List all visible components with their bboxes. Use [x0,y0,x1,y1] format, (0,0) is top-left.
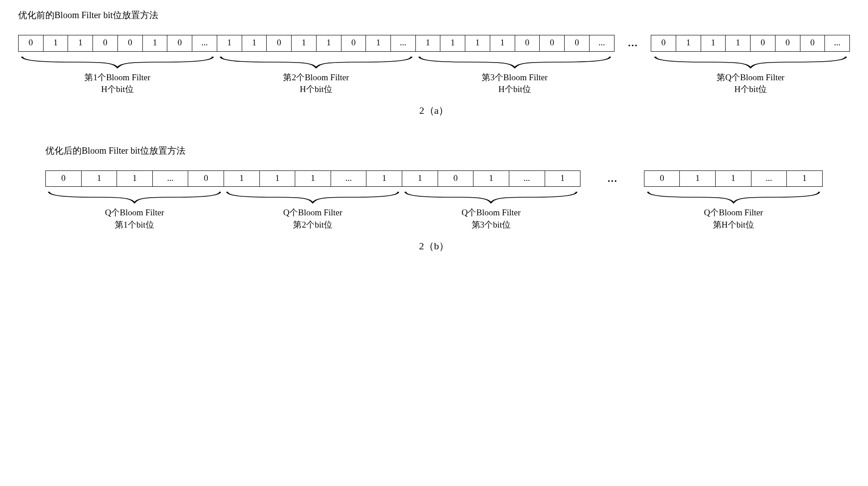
bit-gap: … [614,35,652,52]
bit-cell: ... [509,170,545,187]
brace-row-b: Q个Bloom Filter第1个bit位 Q个Bloom Filter第2个b… [45,190,823,231]
bit-cell: ... [391,35,416,52]
bit-cell: 0 [118,35,143,52]
bit-cell: ... [825,35,850,52]
bit-cell: 0 [267,35,292,52]
bit-cell: 1 [440,35,465,52]
brace-label: 第1个Bloom FilterH个bit位 [84,72,150,96]
bit-cell: 1 [726,35,751,52]
brace-label: 第2个Bloom FilterH个bit位 [283,72,349,96]
brace-label: Q个Bloom Filter第3个bit位 [462,207,521,231]
bit-cell: 0 [515,35,540,52]
bit-cell: 0 [775,35,800,52]
bit-cell: ... [590,35,614,52]
bit-cell: 1 [82,170,117,187]
bit-cell: ... [153,170,189,187]
bit-cell: 0 [651,35,676,52]
bit-cell: 1 [44,35,68,52]
bit-cell: 0 [540,35,565,52]
bit-cell: 1 [676,35,701,52]
bit-cell: 1 [701,35,726,52]
bit-cell: 1 [117,170,153,187]
bit-cell: 1 [465,35,490,52]
brace-label: Q个Bloom Filter第2个bit位 [283,207,342,231]
bit-cell: 0 [751,35,775,52]
bit-cell: 1 [68,35,93,52]
brace-group: Q个Bloom Filter第3个bit位 [402,190,580,231]
bit-cell: 1 [224,170,260,187]
brace-label: Q个Bloom Filter第1个bit位 [105,207,164,231]
bit-cell: 0 [438,170,474,187]
brace-label: 第3个Bloom FilterH个bit位 [482,72,547,96]
bit-cell: 1 [143,35,168,52]
section-b-title: 优化后的Bloom Filter bit位放置方法 [45,145,823,157]
figure-label-b: 2（b） [45,239,823,253]
bit-cell: 0 [644,170,680,187]
bit-cell: 1 [545,170,581,187]
brace-gap [580,190,644,231]
brace-group: Q个Bloom Filter第H个bit位 [644,190,823,231]
brace-gap [614,55,651,96]
brace-label: 第Q个Bloom FilterH个bit位 [717,72,784,96]
bit-cell: 1 [787,170,823,187]
bit-cell: 0 [93,35,118,52]
bit-cell: 1 [490,35,515,52]
brace-label: Q个Bloom Filter第H个bit位 [704,207,763,231]
bit-cell: ... [192,35,217,52]
section-b: 优化后的Bloom Filter bit位放置方法 011...0111...1… [18,145,850,253]
brace-group: Q个Bloom Filter第1个bit位 [45,190,224,231]
section-a-title: 优化前的Bloom Filter bit位放置方法 [18,9,850,21]
bit-cell: 0 [167,35,192,52]
bit-cell: 0 [19,35,44,52]
bit-cell: 1 [416,35,441,52]
bit-row-a: 0110010...1101101...1111000...…0111000..… [18,35,850,52]
bit-cell: 1 [217,35,242,52]
bit-cell: 0 [565,35,590,52]
bit-cell: 1 [402,170,438,187]
bit-cell: 1 [366,170,402,187]
brace-group: 第Q个Bloom FilterH个bit位 [651,55,850,96]
section-a: 优化前的Bloom Filter bit位放置方法 0110010...1101… [18,9,850,117]
bit-cell: 1 [292,35,317,52]
figure-label-a: 2（a） [18,104,850,117]
bit-cell: 0 [188,170,224,187]
bit-cell: 1 [260,170,296,187]
bit-cell: ... [331,170,367,187]
brace-row-a: 第1个Bloom FilterH个bit位 第2个Bloom FilterH个b… [18,55,850,96]
bit-cell: ... [751,170,787,187]
bit-cell: 0 [341,35,366,52]
bit-gap: … [580,170,644,187]
bit-cell: 1 [366,35,391,52]
brace-group: Q个Bloom Filter第2个bit位 [224,190,402,231]
bit-cell: 1 [242,35,267,52]
bit-cell: 1 [680,170,716,187]
bit-cell: 1 [317,35,341,52]
bit-row-b: 011...0111...1101...1…011...1 [45,170,823,187]
brace-group: 第2个Bloom FilterH个bit位 [217,55,415,96]
bit-cell: 0 [800,35,825,52]
bit-cell: 0 [46,170,82,187]
bit-cell: 1 [295,170,331,187]
bit-cell: 1 [716,170,751,187]
brace-group: 第1个Bloom FilterH个bit位 [18,55,217,96]
brace-group: 第3个Bloom FilterH个bit位 [415,55,614,96]
bit-cell: 1 [473,170,509,187]
